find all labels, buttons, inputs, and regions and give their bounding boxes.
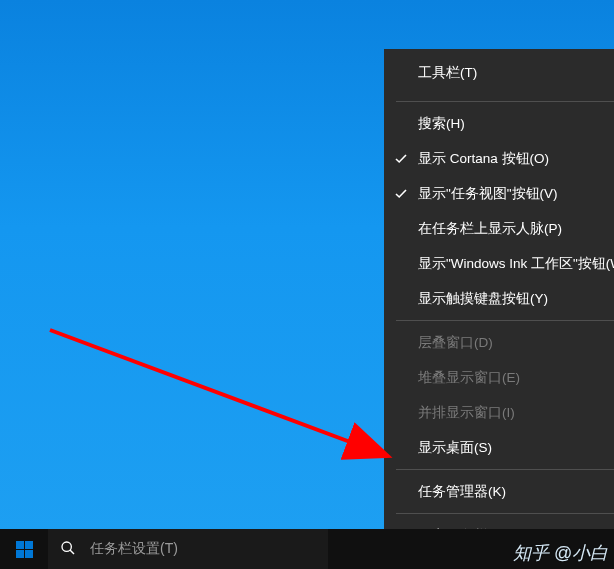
ctx-item-cascade: 层叠窗口(D): [384, 325, 614, 360]
taskbar-search-box[interactable]: 任务栏设置(T): [48, 529, 328, 569]
ctx-label: 显示"Windows Ink 工作区"按钮(W): [418, 255, 614, 273]
ctx-item-show-desktop[interactable]: 显示桌面(S): [384, 430, 614, 465]
check-icon: [394, 187, 408, 201]
ctx-label: 并排显示窗口(I): [418, 404, 515, 422]
ctx-item-toolbars[interactable]: 工具栏(T): [384, 49, 614, 97]
ctx-item-task-manager[interactable]: 任务管理器(K): [384, 474, 614, 509]
separator: [396, 320, 614, 321]
ctx-item-show-people[interactable]: 在任务栏上显示人脉(P): [384, 211, 614, 246]
search-icon: [60, 540, 76, 559]
taskbar-context-menu: 工具栏(T) 搜索(H) 显示 Cortana 按钮(O) 显示"任务视图"按钮…: [384, 49, 614, 569]
annotation-arrow: [40, 320, 400, 480]
start-button[interactable]: [0, 529, 48, 569]
ctx-label: 显示 Cortana 按钮(O): [418, 150, 549, 168]
ctx-item-search[interactable]: 搜索(H): [384, 106, 614, 141]
desktop-wallpaper: 工具栏(T) 搜索(H) 显示 Cortana 按钮(O) 显示"任务视图"按钮…: [0, 0, 614, 569]
ctx-label: 层叠窗口(D): [418, 334, 493, 352]
ctx-item-show-taskview[interactable]: 显示"任务视图"按钮(V): [384, 176, 614, 211]
check-icon: [394, 152, 408, 166]
separator: [396, 513, 614, 514]
search-placeholder: 任务栏设置(T): [90, 540, 178, 558]
ctx-label: 显示"任务视图"按钮(V): [418, 185, 558, 203]
ctx-item-show-cortana[interactable]: 显示 Cortana 按钮(O): [384, 141, 614, 176]
svg-line-3: [70, 550, 74, 554]
ctx-label: 显示桌面(S): [418, 439, 492, 457]
separator: [396, 101, 614, 102]
ctx-label: 在任务栏上显示人脉(P): [418, 220, 562, 238]
ctx-label: 工具栏(T): [418, 64, 477, 82]
separator: [396, 469, 614, 470]
ctx-label: 任务管理器(K): [418, 483, 506, 501]
windows-logo-icon: [16, 541, 33, 558]
ctx-label: 搜索(H): [418, 115, 465, 133]
ctx-item-stacked: 堆叠显示窗口(E): [384, 360, 614, 395]
taskbar[interactable]: 任务栏设置(T): [0, 529, 614, 569]
ctx-item-show-ink[interactable]: 显示"Windows Ink 工作区"按钮(W): [384, 246, 614, 281]
ctx-label: 显示触摸键盘按钮(Y): [418, 290, 548, 308]
svg-point-2: [62, 542, 71, 551]
ctx-item-sidebyside: 并排显示窗口(I): [384, 395, 614, 430]
svg-line-1: [50, 330, 385, 455]
ctx-label: 堆叠显示窗口(E): [418, 369, 520, 387]
ctx-item-show-touchkb[interactable]: 显示触摸键盘按钮(Y): [384, 281, 614, 316]
